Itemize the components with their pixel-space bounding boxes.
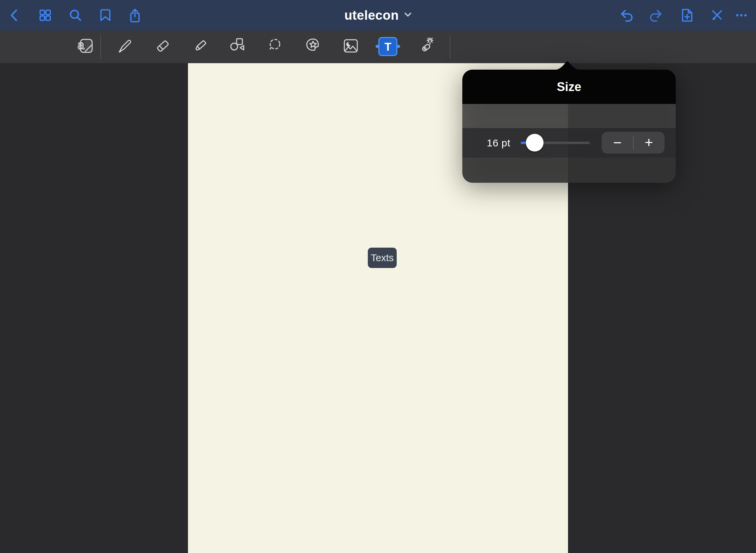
size-decrease-button[interactable]: − (602, 132, 633, 154)
text-object-label: Texts (371, 252, 394, 264)
size-increase-button[interactable]: + (633, 132, 665, 154)
undo-icon (619, 7, 634, 23)
selection-handle-right (397, 45, 400, 48)
size-popover: Size 16 pt − + (462, 70, 676, 183)
stepper-divider (633, 136, 634, 149)
highlighter-tool[interactable] (190, 36, 211, 57)
app-window: utelecon a (0, 0, 756, 553)
popover-upper-band (462, 104, 676, 128)
popover-header: Size (462, 70, 676, 104)
handwriting-convert-tool[interactable]: a (76, 36, 96, 57)
text-tool[interactable]: T (378, 37, 397, 56)
pen-tool[interactable] (115, 36, 135, 57)
search-icon (68, 7, 83, 23)
size-slider-thumb[interactable] (526, 134, 544, 151)
eraser-icon (153, 36, 172, 57)
size-slider[interactable] (521, 128, 590, 158)
stylus-disable-icon (709, 7, 725, 23)
shapes-tool[interactable] (227, 36, 248, 57)
tools-toolbar: a T Hi (0, 31, 756, 63)
share-button[interactable] (126, 6, 144, 24)
redo-button[interactable] (647, 6, 665, 24)
sticker-tool[interactable] (303, 36, 324, 57)
top-navigation-bar: utelecon (0, 0, 756, 31)
thumbnails-button[interactable] (36, 6, 54, 24)
undo-button[interactable] (618, 6, 635, 24)
pen-icon (115, 36, 134, 57)
search-button[interactable] (67, 6, 84, 24)
stylus-disable-button[interactable] (708, 6, 726, 24)
lasso-tool[interactable] (265, 36, 286, 57)
add-page-icon (679, 7, 694, 23)
share-icon (127, 7, 143, 23)
shapes-icon (228, 36, 247, 57)
more-button[interactable] (733, 6, 750, 24)
popover-arrow-icon (555, 61, 580, 70)
popover-lower-band (462, 158, 676, 183)
bookmark-button[interactable] (97, 6, 114, 24)
size-control-row: 16 pt − + (462, 128, 676, 158)
document-title: utelecon (344, 8, 399, 23)
thumbnails-grid-icon (37, 7, 53, 23)
bookmark-icon (98, 7, 113, 23)
sticker-icon (304, 36, 323, 57)
redo-icon (648, 7, 664, 23)
chevron-down-icon (404, 12, 412, 18)
svg-text:a: a (78, 38, 85, 52)
text-tool-icon: T (384, 41, 391, 52)
handwriting-convert-icon: a (76, 36, 96, 57)
back-button[interactable] (6, 6, 23, 24)
more-icon (734, 7, 749, 23)
size-value-label: 16 pt (487, 128, 510, 158)
laser-pointer-tool[interactable] (416, 36, 437, 57)
laser-pointer-icon (417, 36, 436, 57)
add-page-button[interactable] (678, 6, 695, 24)
eraser-tool[interactable] (153, 36, 173, 57)
document-title-button[interactable]: utelecon (344, 0, 412, 31)
toolbar-divider (100, 35, 101, 59)
image-tool[interactable] (341, 36, 361, 57)
image-icon (341, 36, 360, 57)
size-stepper-segmented-control: − + (602, 132, 665, 154)
popover-title: Size (557, 80, 581, 94)
highlighter-icon (191, 36, 210, 57)
toolbar-divider (450, 35, 450, 59)
selection-handle-left (376, 45, 379, 48)
text-object[interactable]: Texts (368, 248, 397, 268)
lasso-icon (266, 36, 285, 57)
back-icon (7, 7, 22, 23)
